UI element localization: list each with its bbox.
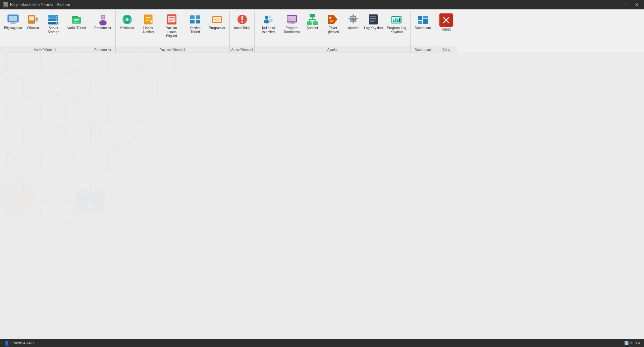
info-icon: ℹ️ — [624, 341, 629, 345]
svg-marker-92 — [0, 70, 23, 103]
toolbar-btn-program-tanimlama[interactable]: >_Program Tanımlama — [280, 12, 304, 36]
svg-point-47 — [241, 21, 243, 23]
toolbar-label-etiket-islemleri: Etiket İşlemleri — [323, 26, 342, 34]
toolbar-label-dashboard: Dashboard — [415, 26, 431, 30]
varlik-turleri-icon — [70, 13, 83, 25]
toolbar-label-yazilimlar: Yazılımlar — [120, 26, 135, 30]
toolbar-label-ariza-takip: Arıza Takip — [234, 26, 250, 30]
svg-rect-83 — [423, 19, 428, 24]
svg-point-48 — [265, 16, 268, 19]
toolbar-btn-programlar[interactable]: </>Programlar — [207, 12, 227, 32]
toolbar-group-yazilim: YazılımlarLisans AlımlarıYazılım Lisans … — [116, 11, 230, 53]
toolbar-btn-ariza-takip[interactable]: Arıza Takip — [232, 12, 252, 32]
toolbar-group-label-yazilim: Yazılım Yönetimi — [116, 47, 229, 53]
toolbar-btn-program-log-kayitlari[interactable]: Program Log Kayıtları — [385, 12, 408, 36]
log-kayitlari-icon — [367, 13, 379, 25]
svg-rect-39 — [190, 20, 195, 23]
svg-point-50 — [269, 15, 271, 18]
svg-point-23 — [101, 15, 105, 19]
svg-rect-17 — [72, 16, 78, 18]
user-icon: 👤 — [4, 341, 9, 346]
toolbar-label-log-kayitlari: Log Kayıtları — [364, 26, 383, 30]
cihazlar-icon — [27, 13, 39, 25]
toolbar-group-label-ayarlar: Ayarlar — [255, 47, 410, 53]
toolbar-group-varlik: BilgisayarlarCihazlarServer StorageVarlı… — [0, 11, 90, 53]
svg-rect-59 — [313, 21, 318, 25]
svg-text:L: L — [87, 109, 102, 139]
toolbar-btn-yazilimlar[interactable]: Yazılımlar — [118, 12, 137, 32]
toolbar-group-label-cikis-group: Çıkış — [435, 47, 457, 53]
svg-rect-1 — [4, 3, 7, 6]
svg-marker-94 — [57, 70, 91, 103]
toolbar-btn-bilgisayarlar[interactable]: Bilgisayarlar — [2, 12, 24, 32]
server-storage-icon — [47, 13, 59, 25]
svg-rect-56 — [290, 22, 295, 24]
svg-rect-41 — [196, 20, 200, 23]
svg-rect-80 — [418, 16, 422, 20]
svg-marker-107 — [74, 145, 107, 179]
svg-rect-77 — [397, 19, 398, 22]
svg-rect-76 — [395, 18, 396, 22]
toolbar-btn-etiket-islemleri[interactable]: Etiket İşlemleri — [321, 12, 344, 36]
toolbar-btn-varlik-turleri[interactable]: Varlık Türleri — [65, 12, 88, 32]
toolbar-label-lisans-alimlari: Lisans Alımları — [139, 26, 158, 34]
svg-rect-78 — [399, 18, 400, 22]
svg-rect-46 — [241, 16, 243, 20]
toolbar-label-cihazlar: Cihazlar — [27, 26, 39, 30]
toolbar-btn-dashboard[interactable]: Dashboard — [413, 12, 433, 32]
svg-rect-28 — [144, 15, 152, 24]
restore-button[interactable]: ❐ — [622, 1, 631, 8]
toolbar-label-yazilim-turleri: Yazılım Türleri — [185, 26, 205, 34]
svg-marker-88 — [40, 53, 74, 78]
svg-point-115 — [0, 177, 37, 217]
svg-marker-112 — [40, 195, 74, 229]
subeler-icon — [306, 13, 318, 25]
toolbar-btn-server-storage[interactable]: Server Storage — [42, 12, 65, 36]
toolbar-btn-log-kayitlari[interactable]: Log Kayıtları — [362, 12, 385, 32]
toolbar-btn-subeler[interactable]: Şubeler — [304, 12, 321, 32]
svg-marker-90 — [107, 53, 141, 78]
toolbar-group-label-ariza: Arıza Yönetimi — [230, 47, 254, 53]
svg-marker-105 — [7, 145, 40, 179]
svg-rect-40 — [196, 15, 200, 19]
window-controls: ─ ❐ ✕ — [612, 1, 641, 8]
svg-marker-111 — [7, 195, 40, 229]
svg-marker-109 — [23, 170, 57, 204]
svg-rect-5 — [10, 23, 16, 24]
svg-rect-4 — [12, 22, 14, 23]
minimize-button[interactable]: ─ — [612, 1, 621, 8]
yazilimlar-icon — [121, 13, 133, 25]
toolbar-btn-cihazlar[interactable]: Cihazlar — [24, 12, 42, 32]
toolbar-label-kapat: Kapat — [442, 27, 450, 32]
toolbar-btn-kapat[interactable]: Kapat — [437, 12, 455, 33]
svg-marker-93 — [23, 70, 57, 103]
kapat-icon — [439, 13, 453, 27]
svg-point-26 — [125, 18, 129, 21]
svg-rect-55 — [288, 22, 290, 24]
svg-rect-16 — [72, 17, 81, 23]
toolbar-btn-yazilim-lisans-bilgileri[interactable]: Yazılım Lisans Bilgileri — [160, 12, 183, 40]
svg-marker-97 — [7, 95, 40, 128]
status-bar: 👤 Erdem ADALI ℹ️ v1.9.4 — [0, 339, 644, 347]
toolbar-btn-kullanici-islemleri[interactable]: Kullanıcı İşlemleri — [257, 12, 280, 36]
svg-marker-100 — [107, 95, 141, 128]
version-info: ℹ️ v1.9.4 — [624, 341, 640, 345]
toolbar-label-server-storage: Server Storage — [44, 26, 63, 34]
svg-marker-108 — [0, 170, 23, 204]
toolbar-group-ariza: Arıza TakipArıza Yönetimi — [230, 11, 255, 53]
main-content: L 🤝 👥 — [0, 53, 644, 339]
toolbar-group-personeller: PersonellerPersoneller — [90, 11, 116, 53]
toolbar-btn-yazilim-turleri[interactable]: Yazılım Türleri — [183, 12, 207, 36]
toolbar-label-varlik-turleri: Varlık Türleri — [67, 26, 86, 30]
svg-marker-110 — [57, 170, 91, 204]
svg-marker-101 — [0, 120, 23, 154]
svg-marker-98 — [40, 95, 74, 128]
app-title: Bilgi Teknolojileri Yönetim Sistemi — [10, 2, 70, 7]
svg-marker-91 — [141, 53, 174, 78]
svg-rect-57 — [310, 14, 315, 17]
close-button[interactable]: ✕ — [632, 1, 641, 8]
toolbar-group-label-personeller: Personeller — [90, 47, 115, 53]
toolbar-btn-personeller[interactable]: Personeller — [92, 12, 113, 32]
toolbar-btn-ayarlar[interactable]: Ayarlar — [344, 12, 362, 32]
toolbar-btn-lisans-alimlari[interactable]: Lisans Alımları — [137, 12, 160, 36]
